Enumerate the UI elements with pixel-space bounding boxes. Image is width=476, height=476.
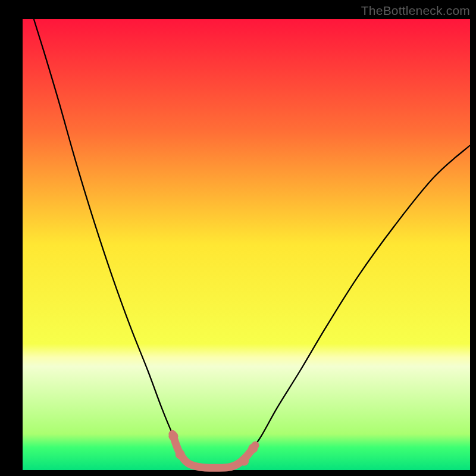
marker-dot — [168, 431, 178, 441]
plot-background — [23, 19, 470, 470]
marker-dot — [248, 444, 258, 453]
watermark-text: TheBottleneck.com — [361, 4, 470, 18]
marker-dot — [239, 456, 249, 466]
bottleneck-chart — [0, 0, 476, 476]
chart-frame: TheBottleneck.com — [0, 0, 476, 476]
marker-dot — [176, 449, 185, 459]
